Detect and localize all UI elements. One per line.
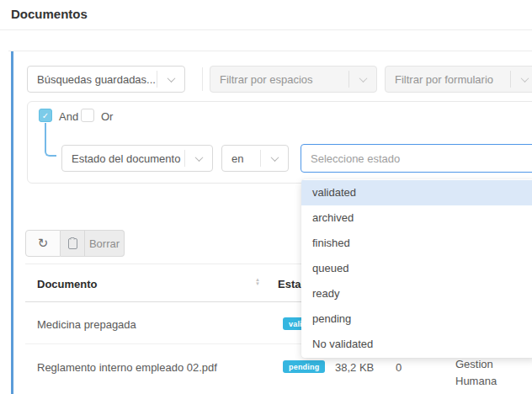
filter-spaces-placeholder: Filtrar por espacios: [210, 73, 348, 86]
or-label: Or: [101, 110, 113, 123]
count-cell: 0: [396, 361, 402, 374]
filter-form-select[interactable]: Filtrar por formulario: [385, 66, 532, 93]
filter-spaces-select[interactable]: Filtrar por espacios: [210, 66, 377, 93]
condition-field-select[interactable]: Estado del documento: [61, 145, 213, 172]
condition-field-value: Estado del documento: [62, 152, 184, 165]
status-badge: pending: [283, 360, 325, 373]
and-label: And: [59, 110, 78, 123]
space-cell: Gestion Humana: [455, 356, 508, 390]
chevron-down-icon[interactable]: [261, 156, 288, 162]
status-option-archived[interactable]: archived: [301, 205, 532, 231]
clipboard-button[interactable]: [61, 230, 85, 257]
or-checkbox[interactable]: [81, 109, 94, 122]
chevron-down-icon[interactable]: [157, 77, 184, 83]
filter-panel-accent-border: [11, 51, 13, 394]
status-option-queued[interactable]: queued: [301, 256, 532, 281]
condition-operator-value: en: [222, 152, 260, 165]
filter-form-placeholder: Filtrar por formulario: [386, 73, 510, 86]
page-title: Documentos: [11, 7, 88, 21]
and-checkbox[interactable]: ✓: [39, 109, 52, 122]
status-option-ready[interactable]: ready: [301, 281, 532, 306]
saved-searches-placeholder: Búsquedas guardadas...: [28, 73, 157, 86]
file-size-cell: 38,2 KB: [335, 361, 374, 374]
status-option-no-validated[interactable]: No validated: [301, 332, 532, 357]
documents-page: Documentos Búsquedas guardadas... Filtra…: [0, 0, 532, 394]
refresh-button[interactable]: ↻: [25, 230, 61, 257]
clear-button[interactable]: Borrar: [85, 230, 125, 257]
condition-operator-select[interactable]: en: [221, 145, 289, 172]
sort-desc-icon: ▼: [255, 282, 260, 286]
table-toolbar: ↻ Borrar: [25, 230, 125, 257]
column-header-documento[interactable]: Documento: [37, 278, 98, 290]
refresh-icon: ↻: [38, 236, 49, 251]
filter-bar-divider: [202, 67, 203, 91]
saved-searches-select[interactable]: Búsquedas guardadas...: [27, 66, 185, 93]
chevron-down-icon[interactable]: [349, 77, 376, 83]
chevron-down-icon[interactable]: [511, 77, 532, 83]
status-option-pending[interactable]: pending: [301, 306, 532, 332]
status-option-validated[interactable]: validated: [301, 180, 532, 205]
status-value-input[interactable]: [301, 144, 532, 173]
document-name-cell: Reglamento interno empleado 02.pdf: [37, 361, 217, 374]
condition-connector-line: [45, 123, 56, 157]
status-dropdown-panel[interactable]: validated archived finished queued ready…: [301, 179, 532, 358]
chevron-down-icon[interactable]: [185, 156, 212, 162]
filter-panel-top-border: [8, 51, 532, 51]
clear-button-label: Borrar: [89, 237, 120, 250]
clipboard-icon: [68, 238, 77, 249]
document-name-cell: Medicina prepagada: [37, 318, 136, 331]
status-option-finished[interactable]: finished: [301, 231, 532, 256]
title-divider: [0, 29, 532, 30]
checkmark-icon: ✓: [42, 111, 49, 120]
sort-control[interactable]: ▲ ▼: [255, 278, 260, 286]
